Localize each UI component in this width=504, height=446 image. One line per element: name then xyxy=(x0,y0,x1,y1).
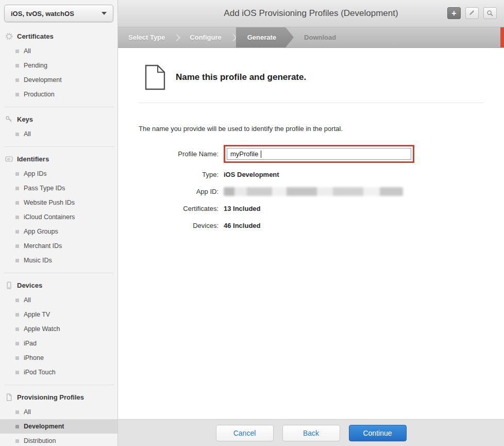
bullet-icon xyxy=(15,230,19,234)
sidebar: iOS, tvOS, watchOS Certificates All Pend… xyxy=(0,0,118,446)
sidebar-item-identifiers-merchant-ids[interactable]: Merchant IDs xyxy=(0,239,117,253)
profile-document-icon xyxy=(145,64,165,90)
bullet-icon xyxy=(15,371,19,374)
sidebar-item-identifiers-app-groups[interactable]: App Groups xyxy=(0,224,117,239)
pencil-icon xyxy=(468,10,476,17)
sidebar-item-devices-apple-watch[interactable]: Apple Watch xyxy=(0,322,117,336)
bullet-icon xyxy=(15,172,19,176)
search-button[interactable] xyxy=(483,7,497,19)
sidebar-item-label: Music IDs xyxy=(24,257,52,264)
bullet-icon xyxy=(15,356,19,360)
sidebar-section-header-provisioning-profiles: Provisioning Profiles xyxy=(0,389,117,405)
wizard-step-configure[interactable]: Configure xyxy=(179,27,231,47)
step-label: Select Type xyxy=(128,34,165,41)
form-row-type: Type: iOS Development xyxy=(139,169,483,180)
search-icon xyxy=(486,10,494,17)
sidebar-item-label: App IDs xyxy=(24,170,46,177)
wizard-step-download[interactable]: Download xyxy=(294,27,346,47)
wizard-step-generate[interactable]: Generate xyxy=(236,27,294,47)
sidebar-section-provisioning-profiles: Provisioning Profiles All Development Di… xyxy=(0,387,117,446)
bullet-icon xyxy=(15,342,19,345)
content-area: Name this profile and generate. The name… xyxy=(118,48,504,419)
footer-bar: Cancel Back Continue xyxy=(118,419,504,446)
cancel-button[interactable]: Cancel xyxy=(216,425,274,441)
sidebar-item-profiles-distribution[interactable]: Distribution xyxy=(0,434,117,446)
sidebar-section-certificates: Certificates All Pending Development Pro… xyxy=(0,26,117,105)
bullet-icon xyxy=(15,201,19,205)
bullet-icon xyxy=(15,410,19,414)
form-row-profile-name: Profile Name: xyxy=(139,145,483,163)
section-title: Provisioning Profiles xyxy=(17,393,84,401)
bullet-icon xyxy=(15,327,19,331)
bullet-icon xyxy=(15,244,19,248)
wizard-step-select-type[interactable]: Select Type xyxy=(118,27,175,47)
bullet-icon xyxy=(15,439,19,443)
platform-selector[interactable]: iOS, tvOS, watchOS xyxy=(4,5,113,22)
sidebar-item-certificates-development[interactable]: Development xyxy=(0,73,117,87)
sidebar-item-devices-all[interactable]: All xyxy=(0,293,117,307)
key-icon xyxy=(5,115,13,123)
sidebar-item-label: Development xyxy=(24,423,64,430)
certificates-value: 13 Included xyxy=(224,205,261,212)
sidebar-item-identifiers-pass-type-ids[interactable]: Pass Type IDs xyxy=(0,181,117,195)
certificate-seal-icon xyxy=(5,32,13,40)
continue-button[interactable]: Continue xyxy=(349,425,407,441)
page-title: Add iOS Provisioning Profiles (Developme… xyxy=(118,8,504,19)
section-title: Keys xyxy=(17,115,33,123)
sidebar-item-label: All xyxy=(24,47,31,55)
sidebar-item-devices-ipod-touch[interactable]: iPod Touch xyxy=(0,365,117,379)
device-icon xyxy=(5,282,13,289)
chevron-down-icon xyxy=(102,12,107,15)
sidebar-item-identifiers-icloud-containers[interactable]: iCloud Containers xyxy=(0,210,117,224)
sidebar-item-devices-ipad[interactable]: iPad xyxy=(0,336,117,351)
description-text: The name you provide will be used to ide… xyxy=(139,125,483,133)
sidebar-section-keys: Keys All xyxy=(0,109,117,144)
bullet-icon xyxy=(15,259,19,262)
content-heading: Name this profile and generate. xyxy=(176,72,306,82)
sidebar-item-certificates-pending[interactable]: Pending xyxy=(0,58,117,73)
sidebar-item-identifiers-app-ids[interactable]: App IDs xyxy=(0,167,117,181)
sidebar-item-certificates-all[interactable]: All xyxy=(0,44,117,58)
profile-name-label: Profile Name: xyxy=(139,150,224,158)
sidebar-item-label: Pass Type IDs xyxy=(24,185,65,192)
sidebar-item-label: Apple Watch xyxy=(24,325,60,333)
form-row-app-id: App ID: xyxy=(139,186,483,197)
sidebar-item-profiles-development[interactable]: Development xyxy=(0,419,117,434)
sidebar-section-header-certificates: Certificates xyxy=(0,28,117,44)
devices-label: Devices: xyxy=(139,222,224,229)
bullet-icon xyxy=(15,133,19,136)
step-label: Generate xyxy=(247,34,276,41)
bullet-icon xyxy=(15,216,19,219)
step-label: Download xyxy=(304,34,336,41)
bullet-icon xyxy=(15,78,19,82)
sidebar-item-profiles-all[interactable]: All xyxy=(0,405,117,419)
text-cursor xyxy=(261,151,261,158)
sidebar-item-keys-all[interactable]: All xyxy=(0,127,117,141)
certificates-label: Certificates: xyxy=(139,205,224,212)
plus-icon: + xyxy=(451,9,456,18)
profile-name-input[interactable] xyxy=(227,148,411,160)
divider xyxy=(4,146,113,147)
sidebar-item-label: Production xyxy=(24,91,55,98)
sidebar-section-identifiers: ID Identifiers App IDs Pass Type IDs Web… xyxy=(0,149,117,271)
sidebar-item-certificates-production[interactable]: Production xyxy=(0,87,117,102)
devices-value: 46 Included xyxy=(224,222,261,229)
sidebar-item-label: Pending xyxy=(24,62,47,69)
sidebar-item-devices-iphone[interactable]: iPhone xyxy=(0,351,117,365)
section-title: Devices xyxy=(17,282,42,289)
section-title: Identifiers xyxy=(17,155,49,163)
add-button[interactable]: + xyxy=(447,7,461,19)
page-header: Add iOS Provisioning Profiles (Developme… xyxy=(118,0,504,27)
bullet-icon xyxy=(15,313,19,317)
edit-button[interactable] xyxy=(465,7,479,19)
sidebar-section-header-devices: Devices xyxy=(0,277,117,293)
sidebar-item-identifiers-music-ids[interactable]: Music IDs xyxy=(0,253,117,268)
sidebar-item-label: Development xyxy=(24,76,62,84)
form-row-certificates: Certificates: 13 Included xyxy=(139,203,483,214)
main-panel: Add iOS Provisioning Profiles (Developme… xyxy=(118,0,504,446)
back-button[interactable]: Back xyxy=(282,425,340,441)
bullet-icon xyxy=(15,93,19,96)
sidebar-item-devices-apple-tv[interactable]: Apple TV xyxy=(0,307,117,322)
sidebar-section-header-identifiers: ID Identifiers xyxy=(0,151,117,167)
sidebar-item-identifiers-website-push-ids[interactable]: Website Push IDs xyxy=(0,195,117,210)
